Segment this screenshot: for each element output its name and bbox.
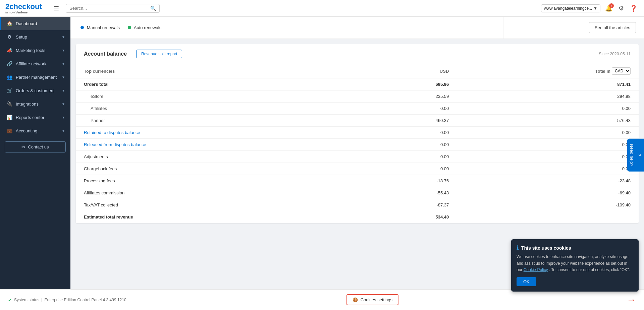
search-icon: 🔍 xyxy=(150,6,156,11)
cookies-ok-button[interactable]: OK xyxy=(517,277,536,286)
balance-row-cad-6: 0.00 xyxy=(457,151,639,163)
revenue-split-report-button[interactable]: Revenue split report xyxy=(136,50,182,58)
total-in-label: Total in xyxy=(595,69,610,74)
sidebar-item-reports-center[interactable]: 📊 Reports center ▼ xyxy=(0,111,70,124)
info-icon: ℹ xyxy=(517,245,519,251)
balance-row-usd-7: 0.00 xyxy=(353,163,457,175)
table-row: Partner460.37576.43 xyxy=(76,115,639,127)
logo-sub: is now Verifone xyxy=(5,11,42,14)
sidebar: 🏠 Dashboard ⚙ Setup ▼ 📣 Marketing tools … xyxy=(0,17,70,289)
balance-row-cad-3: 576.43 xyxy=(457,115,639,127)
balance-title: Account balance xyxy=(84,51,127,57)
balance-row-label-4[interactable]: Retained to disputes balance xyxy=(76,127,353,139)
table-row: eStore235.59294.98 xyxy=(76,90,639,103)
footer-center: 🍪 Cookies settings xyxy=(346,294,398,305)
sidebar-item-partner-management[interactable]: 👥 Partner management ▼ xyxy=(0,70,70,84)
contact-us-button[interactable]: ✉ Contact us xyxy=(5,141,66,152)
col-currencies: Top currencies xyxy=(76,64,353,78)
cookies-label: Cookies settings xyxy=(361,297,392,302)
balance-table: Top currencies USD Total in CAD USD EUR xyxy=(76,64,639,223)
sidebar-icon-orders-customers: 🛒 xyxy=(6,88,12,93)
chevron-right-icon: ▼ xyxy=(62,35,65,39)
sidebar-item-marketing-tools[interactable]: 📣 Marketing tools ▼ xyxy=(0,44,70,57)
sidebar-icon-integrations: 🔌 xyxy=(6,101,12,107)
sidebar-item-dashboard[interactable]: 🏠 Dashboard xyxy=(0,17,70,30)
sidebar-label-marketing-tools: Marketing tools xyxy=(16,48,58,53)
sidebar-items: 🏠 Dashboard ⚙ Setup ▼ 📣 Marketing tools … xyxy=(0,17,70,137)
balance-row-cad-7: 0.00 xyxy=(457,163,639,175)
balance-row-usd-1: 235.59 xyxy=(353,90,457,103)
balance-row-cad-5: 0.00 xyxy=(457,139,639,151)
see-all-articles-button[interactable]: See all the articles xyxy=(589,22,636,33)
cookie-policy-link[interactable]: Cookie Policy xyxy=(524,267,548,272)
balance-table-body: Orders total695.96871.41eStore235.59294.… xyxy=(76,78,639,223)
balance-row-label-7: Chargeback fees xyxy=(76,163,353,175)
top-row: Manual renewals Auto renewals See all th… xyxy=(70,17,644,39)
balance-row-usd-2: 0.00 xyxy=(353,103,457,115)
sidebar-label-dashboard: Dashboard xyxy=(16,21,65,26)
footer: ✔ System status | Enterprise Edition Con… xyxy=(0,289,644,310)
balance-row-usd-4: 0.00 xyxy=(353,127,457,139)
chevron-right-icon: ▼ xyxy=(62,62,65,66)
arrow-icon: → xyxy=(627,295,636,305)
status-label: System status xyxy=(14,298,39,302)
sidebar-label-reports-center: Reports center xyxy=(16,115,58,120)
sidebar-item-orders-customers[interactable]: 🛒 Orders & customers ▼ xyxy=(0,84,70,97)
table-row: Estimated total revenue534.40 xyxy=(76,211,639,223)
sidebar-item-accounting[interactable]: 💼 Accounting ▼ xyxy=(0,124,70,137)
system-status: ✔ System status | Enterprise Edition Con… xyxy=(8,297,126,303)
notifications-button[interactable]: 🔔 7 xyxy=(604,3,614,13)
table-row: Affiliates0.000.00 xyxy=(76,103,639,115)
cookies-body-text2: . To consent to our use of cookies, clic… xyxy=(549,267,630,272)
sidebar-icon-partner-management: 👥 xyxy=(6,74,12,80)
footer-separator: | xyxy=(41,298,42,302)
sidebar-icon-reports-center: 📊 xyxy=(6,115,12,120)
notification-badge: 7 xyxy=(609,3,614,8)
balance-row-cad-0: 871.41 xyxy=(457,78,639,90)
cookies-settings-button[interactable]: 🍪 Cookies settings xyxy=(346,294,398,305)
need-help-tab[interactable]: ? Need help? xyxy=(627,138,644,172)
help-button[interactable]: ❓ xyxy=(629,3,639,13)
auto-dot xyxy=(128,26,131,29)
balance-row-usd-6: 0.00 xyxy=(353,151,457,163)
balance-row-usd-0: 695.96 xyxy=(353,78,457,90)
table-row: Adjustments0.000.00 xyxy=(76,151,639,163)
chevron-right-icon: ▼ xyxy=(62,102,65,106)
balance-header: Account balance Revenue split report Sin… xyxy=(76,44,639,64)
auto-renewals-label: Auto renewals xyxy=(134,25,161,30)
balance-row-usd-9: -55.43 xyxy=(353,187,457,199)
need-help-label: Need help? xyxy=(629,144,634,166)
search-input[interactable] xyxy=(69,6,149,11)
sidebar-item-affiliate-network[interactable]: 🔗 Affiliate network ▼ xyxy=(0,57,70,70)
sidebar-item-setup[interactable]: ⚙ Setup ▼ xyxy=(0,30,70,44)
settings-button[interactable]: ⚙ xyxy=(617,3,625,13)
renewals-legend: Manual renewals Auto renewals xyxy=(80,25,161,30)
currency-select[interactable]: CAD USD EUR xyxy=(612,67,631,75)
balance-row-usd-5: 0.00 xyxy=(353,139,457,151)
table-row: Orders total695.96871.41 xyxy=(76,78,639,90)
table-row: Chargeback fees0.000.00 xyxy=(76,163,639,175)
balance-row-label-2: Affiliates xyxy=(76,103,353,115)
balance-row-cad-9: -69.40 xyxy=(457,187,639,199)
col-usd: USD xyxy=(353,64,457,78)
site-url: www.avangatelearningce... xyxy=(544,6,592,11)
balance-row-cad-2: 0.00 xyxy=(457,103,639,115)
manual-renewals-legend: Manual renewals xyxy=(80,25,120,30)
chevron-right-icon: ▼ xyxy=(62,129,65,133)
search-box: 🔍 xyxy=(66,4,160,13)
cookies-popup-title: This site uses cookies xyxy=(521,245,571,251)
sidebar-item-integrations[interactable]: 🔌 Integrations ▼ xyxy=(0,97,70,111)
table-row: Affiliates commission-55.43-69.40 xyxy=(76,187,639,199)
balance-row-label-3: Partner xyxy=(76,115,353,127)
hamburger-button[interactable]: ☰ xyxy=(52,3,60,13)
chevron-down-icon: ▼ xyxy=(593,6,597,11)
balance-row-label-5[interactable]: Released from disputes balance xyxy=(76,139,353,151)
sidebar-label-orders-customers: Orders & customers xyxy=(16,88,58,93)
sidebar-icon-marketing-tools: 📣 xyxy=(6,48,12,53)
need-help-icon: ? xyxy=(637,154,642,156)
balance-row-cad-4: 0.00 xyxy=(457,127,639,139)
edition-text: Enterprise Edition Control Panel 4.3.499… xyxy=(44,298,126,302)
chevron-right-icon: ▼ xyxy=(62,75,65,79)
status-check-icon: ✔ xyxy=(8,297,12,303)
site-selector[interactable]: www.avangatelearningce... ▼ xyxy=(541,4,600,12)
